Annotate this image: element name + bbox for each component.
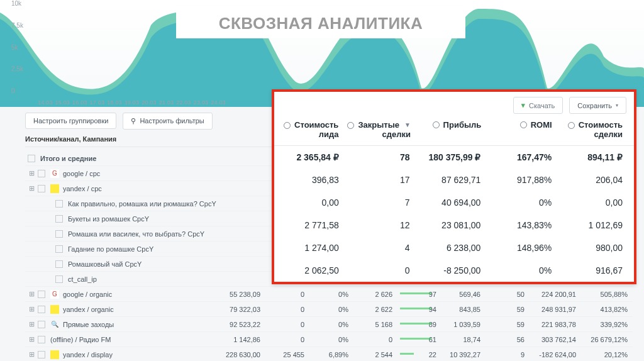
col-lead-cost[interactable]: Стоимость лида — [277, 120, 347, 139]
overlay-row: 2 771,581223 081,00143,83%1 012,69 — [274, 214, 634, 236]
page-title: СКВОЗНАЯ АНАЛИТИКА — [176, 9, 465, 38]
save-button[interactable]: Сохранить ▾ — [569, 97, 626, 114]
checkbox[interactable] — [38, 321, 45, 328]
expand-icon[interactable]: ⊞ — [28, 184, 35, 192]
download-icon: ▾ — [521, 101, 525, 109]
chart-y-ticks: 10k 7.5k 5k 2.5k 0 — [11, 0, 23, 94]
filter-button[interactable]: ⚲ Настроить фильтры — [123, 113, 212, 130]
col-deal-cost[interactable]: Стоимость сделки — [561, 120, 631, 139]
table-row[interactable]: ⊞(offline) / Радио FM1 142,8600%06118,74… — [25, 332, 633, 347]
table-row[interactable]: ⊞yandex / display228 630,0025 4556,89%2 … — [25, 347, 633, 361]
source-icon: G — [50, 290, 59, 299]
metrics-overlay: ▾ Скачать Сохранить ▾ Стоимость лида Зак… — [272, 89, 636, 284]
checkbox[interactable] — [38, 185, 45, 192]
download-button[interactable]: ▾ Скачать — [513, 97, 563, 114]
source-channel-label: Источник/канал, Кампания — [25, 135, 116, 143]
expand-icon[interactable]: ⊞ — [28, 290, 35, 298]
checkbox[interactable] — [55, 200, 63, 208]
overlay-row: 2 062,500-8 250,000%916,67 — [274, 259, 634, 282]
row-name: google / organic — [63, 291, 214, 298]
overlay-header: Стоимость лида Закрытые▼ сделки Прибыль … — [274, 116, 634, 146]
checkbox[interactable] — [38, 306, 45, 313]
row-name: (offline) / Радио FM — [50, 336, 214, 343]
source-icon: G — [50, 169, 59, 178]
overlay-row: 0,00740 694,000%0,00 — [274, 191, 634, 214]
table-row[interactable]: ⊞Ggoogle / organic55 238,0900%2 62697569… — [25, 287, 633, 302]
filter-icon: ⚲ — [131, 117, 136, 125]
overlay-row: 1 274,0046 238,00148,96%980,00 — [274, 236, 634, 259]
checkbox[interactable] — [38, 351, 45, 358]
grouping-button[interactable]: Настроить группировки — [25, 113, 116, 129]
checkbox[interactable] — [38, 170, 45, 177]
expand-icon[interactable]: ⊞ — [28, 350, 35, 358]
checkbox[interactable] — [38, 291, 45, 298]
col-romi[interactable]: ROMI — [490, 120, 560, 139]
source-icon — [50, 350, 59, 359]
checkbox[interactable] — [55, 245, 63, 253]
checkbox[interactable] — [55, 230, 63, 238]
checkbox[interactable] — [28, 155, 35, 162]
row-name: Прямые заходы — [63, 321, 214, 328]
expand-icon[interactable]: ⊞ — [28, 335, 35, 343]
expand-icon[interactable]: ⊞ — [28, 305, 35, 313]
col-closed-deals[interactable]: Закрытые▼ сделки — [347, 120, 419, 139]
sort-desc-icon: ▼ — [404, 121, 411, 128]
chevron-down-icon: ▾ — [616, 103, 618, 108]
row-name: yandex / display — [63, 351, 214, 358]
source-icon — [50, 305, 59, 314]
table-row[interactable]: ⊞yandex / organic79 322,0300%2 62294843,… — [25, 302, 633, 317]
col-profit[interactable]: Прибыль — [419, 120, 490, 139]
expand-icon[interactable]: ⊞ — [28, 320, 35, 328]
source-icon — [50, 184, 59, 193]
overlay-row: 396,831787 629,71917,88%206,04 — [274, 169, 634, 191]
row-name: yandex / organic — [63, 306, 214, 313]
checkbox[interactable] — [55, 275, 63, 283]
checkbox[interactable] — [38, 336, 45, 343]
checkbox[interactable] — [55, 215, 63, 223]
expand-icon[interactable]: ⊞ — [28, 169, 35, 177]
source-icon: 🔍 — [50, 320, 59, 329]
table-row[interactable]: ⊞🔍Прямые заходы92 523,2200%5 168891 039,… — [25, 317, 633, 332]
checkbox[interactable] — [55, 260, 63, 268]
overlay-row: 2 365,84 ₽78180 375,99 ₽167,47%894,11 ₽ — [274, 146, 634, 169]
